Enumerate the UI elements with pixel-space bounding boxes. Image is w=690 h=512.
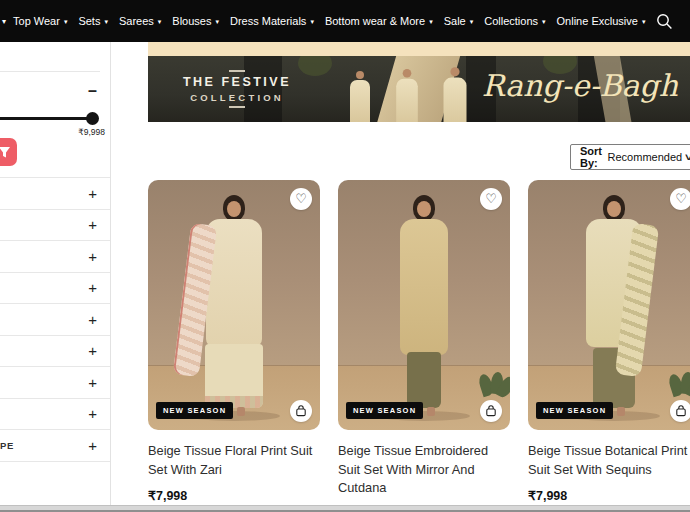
plus-icon xyxy=(88,438,97,453)
chevron-down-icon xyxy=(542,18,546,25)
plus-icon xyxy=(88,186,97,201)
model-figure xyxy=(237,407,245,416)
banner-top-strip xyxy=(148,42,690,56)
nav-item-collections[interactable]: Collections xyxy=(484,15,545,27)
chevron-down-icon xyxy=(685,152,690,163)
product-image[interactable]: NEW SEASON xyxy=(528,180,690,430)
plus-icon xyxy=(88,217,97,232)
model-figure xyxy=(427,407,435,416)
model-figure xyxy=(205,344,263,408)
product-title[interactable]: Beige Tissue Floral Print Suit Set With … xyxy=(148,442,320,479)
price-slider-track[interactable] xyxy=(0,117,98,120)
filter-section-row[interactable] xyxy=(0,210,110,242)
product-card: NEW SEASON Beige Tissue Botanical Print … xyxy=(528,180,690,512)
nav-item-label: Online Exclusive xyxy=(557,15,638,27)
filters-sidebar: ₹9,998 PE xyxy=(0,42,110,505)
model-figure xyxy=(607,201,621,217)
filter-section-row[interactable] xyxy=(0,367,110,399)
nav-item-label: Bottom wear & More xyxy=(325,15,425,27)
sort-dropdown[interactable]: Sort By: Recommended xyxy=(570,144,690,170)
nav-item-label: Sarees xyxy=(119,15,154,27)
product-title[interactable]: Beige Tissue Embroidered Suit Set With M… xyxy=(338,442,510,498)
wishlist-button[interactable] xyxy=(670,188,690,210)
model-figure xyxy=(617,407,625,416)
chevron-down-icon xyxy=(642,18,646,25)
nav-item-label: Collections xyxy=(484,15,538,27)
filter-section-row[interactable] xyxy=(0,399,110,431)
nav-item-label: Sets xyxy=(78,15,100,27)
nav-item-label: Sale xyxy=(444,15,466,27)
search-icon[interactable] xyxy=(656,13,673,30)
model-figure xyxy=(417,201,431,217)
chevron-down-icon xyxy=(215,18,219,25)
filter-section-row[interactable]: PE xyxy=(0,430,110,462)
sort-value: Recommended xyxy=(608,151,683,163)
plus-icon xyxy=(88,343,97,358)
nav-item-dress-materials[interactable]: Dress Materials xyxy=(230,15,314,27)
price-max-label: ₹9,998 xyxy=(78,127,105,137)
bag-icon xyxy=(295,405,307,417)
nav-item-top-wear[interactable]: Top Wear xyxy=(13,15,67,27)
sort-label: Sort By: xyxy=(580,145,604,169)
decorative-dash xyxy=(229,70,245,72)
product-card: NEW SEASON Beige Tissue Floral Print Sui… xyxy=(148,180,320,512)
filter-section-label: PE xyxy=(0,440,14,451)
minus-icon[interactable] xyxy=(88,83,97,99)
filter-section-row[interactable] xyxy=(0,336,110,368)
plus-icon xyxy=(88,312,97,327)
add-to-bag-button[interactable] xyxy=(290,400,312,422)
collection-wordmark: THE FESTIVE COLLECTION xyxy=(174,67,300,111)
plus-icon xyxy=(88,375,97,390)
filter-section-row[interactable] xyxy=(0,304,110,336)
banner-model xyxy=(348,71,372,122)
filter-sections: PE xyxy=(0,177,110,462)
bag-icon xyxy=(675,405,687,417)
nav-item-online-exclusive[interactable]: Online Exclusive xyxy=(557,15,646,27)
product-price: ₹7,998 xyxy=(528,488,690,503)
add-to-bag-button[interactable] xyxy=(670,400,690,422)
product-title[interactable]: Beige Tissue Botanical Print Suit Set Wi… xyxy=(528,442,690,479)
new-season-badge: NEW SEASON xyxy=(346,402,423,419)
product-price: ₹7,998 xyxy=(148,488,320,503)
nav-item-sale[interactable]: Sale xyxy=(444,15,474,27)
filter-section-row[interactable] xyxy=(0,273,110,305)
horizontal-scrollbar[interactable] xyxy=(0,505,690,512)
nav-icon-group: ₹ xyxy=(656,11,690,32)
product-image[interactable]: NEW SEASON xyxy=(148,180,320,430)
chevron-down-icon xyxy=(2,17,6,26)
filter-drawer-button[interactable] xyxy=(0,138,17,166)
add-to-bag-button[interactable] xyxy=(480,400,502,422)
wishlist-button[interactable] xyxy=(290,188,312,210)
collection-title-line2: COLLECTION xyxy=(174,92,300,103)
nav-item-bottom-wear[interactable]: Bottom wear & More xyxy=(325,15,433,27)
product-image[interactable]: NEW SEASON xyxy=(338,180,510,430)
nav-item-sets[interactable]: Sets xyxy=(78,15,108,27)
new-season-badge: NEW SEASON xyxy=(156,402,233,419)
banner-script-title: Rang-e-Bagh xyxy=(482,68,678,103)
filter-section-row[interactable] xyxy=(0,241,110,273)
bag-icon xyxy=(485,405,497,417)
new-season-badge: NEW SEASON xyxy=(536,402,613,419)
banner-foliage xyxy=(298,56,332,76)
heart-icon xyxy=(295,192,307,205)
product-grid: NEW SEASON Beige Tissue Floral Print Sui… xyxy=(148,180,690,512)
divider xyxy=(0,71,100,72)
nav-item-label: Top Wear xyxy=(13,15,60,27)
divider xyxy=(110,42,111,505)
filter-section-row[interactable] xyxy=(0,178,110,210)
page: Top Wear Sets Sarees Blouses Dress Mater… xyxy=(0,0,690,512)
nav-item-blouses[interactable]: Blouses xyxy=(172,15,219,27)
chevron-down-icon xyxy=(470,18,474,25)
price-slider-handle[interactable] xyxy=(86,112,99,125)
chevron-down-icon xyxy=(310,18,314,25)
decorative-dash xyxy=(229,106,245,108)
heart-icon xyxy=(675,192,687,205)
banner-model xyxy=(441,67,469,122)
plus-icon xyxy=(88,406,97,421)
festive-collection-banner[interactable]: THE FESTIVE COLLECTION Rang-e-Bagh xyxy=(148,56,690,122)
model-figure xyxy=(227,201,241,217)
nav-item-sarees[interactable]: Sarees xyxy=(119,15,161,27)
chevron-down-icon xyxy=(64,18,68,25)
wishlist-button[interactable] xyxy=(480,188,502,210)
chevron-down-icon xyxy=(158,18,162,25)
